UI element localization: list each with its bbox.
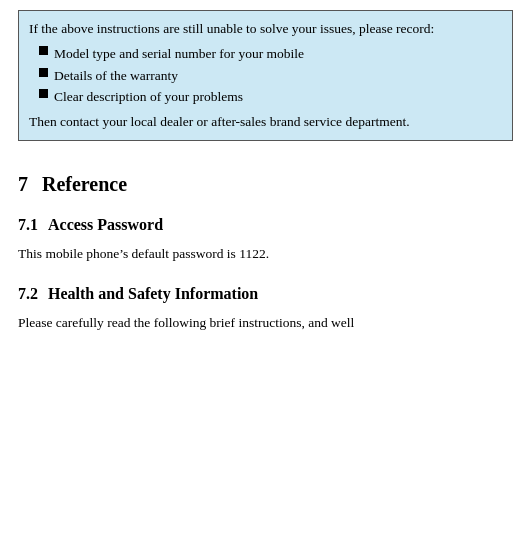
section-7-1-heading: 7.1 Access Password: [18, 216, 513, 234]
section-7-1-title: Access Password: [48, 216, 163, 234]
notice-list: Model type and serial number for your mo…: [39, 43, 502, 108]
section-7-heading: 7 Reference: [18, 173, 513, 196]
section-7-1-body: This mobile phone’s default password is …: [18, 244, 513, 265]
section-7-number: 7: [18, 173, 28, 196]
bullet-icon: [39, 89, 48, 98]
list-item-text: Clear description of your problems: [54, 86, 243, 108]
list-item: Model type and serial number for your mo…: [39, 43, 502, 65]
list-item: Clear description of your problems: [39, 86, 502, 108]
list-item-text: Model type and serial number for your mo…: [54, 43, 304, 65]
section-7-2-number: 7.2: [18, 285, 38, 303]
section-7-1-number: 7.1: [18, 216, 38, 234]
section-7-title: Reference: [42, 173, 127, 196]
section-7-2-title: Health and Safety Information: [48, 285, 258, 303]
bullet-icon: [39, 68, 48, 77]
bullet-icon: [39, 46, 48, 55]
section-7-2-body: Please carefully read the following brie…: [18, 313, 513, 334]
notice-box: If the above instructions are still unab…: [18, 10, 513, 141]
list-item-text: Details of the warranty: [54, 65, 178, 87]
list-item: Details of the warranty: [39, 65, 502, 87]
section-7-2-heading: 7.2 Health and Safety Information: [18, 285, 513, 303]
notice-intro: If the above instructions are still unab…: [29, 19, 502, 39]
notice-outro: Then contact your local dealer or after-…: [29, 112, 502, 132]
